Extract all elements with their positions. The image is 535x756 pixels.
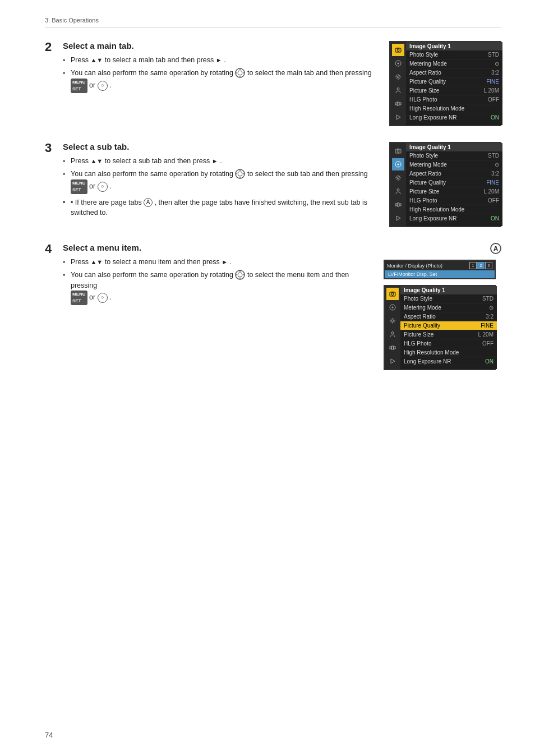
- tab-play-4: [386, 355, 399, 367]
- tab-play-3: [392, 212, 404, 224]
- menu-row-photo-style: Photo Style STD: [406, 50, 502, 59]
- tab-bracket-4: [386, 342, 399, 354]
- step-4-menu-content: Image Quality 1 Photo Style STD Metering…: [400, 286, 497, 369]
- svg-point-7: [397, 49, 399, 52]
- step-3-bullets: Press ▲▼ to select a sub tab and then pr…: [63, 156, 378, 194]
- step-3-screen: Image Quality 1 Photo Style STD Metering…: [389, 142, 501, 227]
- step-3-bullet-1: Press ▲▼ to select a sub tab and then pr…: [63, 156, 378, 167]
- s3-row-highres: High Resolution Mode: [406, 205, 502, 214]
- page-tab-2: 2: [477, 262, 485, 269]
- tab-play: [392, 111, 404, 123]
- s3-row-size: Picture Size L 20M: [406, 187, 502, 196]
- page-tabs: 1 2 3: [469, 262, 492, 269]
- circle-btn-4: ○: [98, 293, 108, 303]
- s3-row-quality: Picture Quality FINE: [406, 178, 502, 187]
- tab-camera-3: [392, 145, 404, 157]
- svg-rect-31: [399, 204, 401, 206]
- dial-icon-4: [235, 270, 245, 280]
- step-4-number: 4: [45, 242, 63, 256]
- s3-row-longexp: Long Exposure NR ON: [406, 214, 502, 223]
- svg-rect-14: [398, 102, 399, 105]
- s4-row-quality: Picture Quality FINE: [400, 321, 497, 330]
- tab-metering-4: [386, 301, 399, 314]
- page-tab-3: 3: [485, 262, 492, 269]
- s3-row-hlg: HLG Photo OFF: [406, 196, 502, 205]
- s4-row-aspect: Aspect Ratio 3:2: [400, 312, 497, 321]
- svg-point-10: [398, 63, 399, 64]
- menu-set-btn: MENUSET: [71, 79, 87, 93]
- step-3-notes: • If there are page tabs A , then after …: [63, 197, 378, 219]
- right-arrow-icon: ►: [216, 56, 222, 65]
- circle-btn-3: ○: [98, 182, 108, 192]
- s3-row-photo-style: Photo Style STD: [406, 151, 502, 160]
- svg-point-23: [397, 150, 399, 153]
- step-3-content: Select a sub tab. Press ▲▼ to select a s…: [63, 142, 389, 220]
- svg-point-17: [238, 172, 242, 176]
- menu-row-highres: High Resolution Mode: [406, 104, 502, 113]
- step-3-sidebar: [390, 143, 406, 226]
- step-4-menu-header: Image Quality 1: [400, 286, 497, 294]
- svg-point-33: [238, 273, 242, 277]
- step-4-top-screen-header: Monitor / Display (Photo) 1 2 3: [385, 261, 495, 270]
- circled-a-large: A: [490, 243, 501, 254]
- page-container: 3. Basic Operations 2 Select a main tab.…: [0, 0, 535, 756]
- up-down-arrow-icon-3: ▲▼: [90, 156, 103, 166]
- step-3-section: 3 Select a sub tab. Press ▲▼ to select a…: [45, 142, 501, 227]
- step-2-screen: Image Quality 1 Photo Style STD Metering…: [389, 41, 501, 126]
- step-4-top-screen: Monitor / Display (Photo) 1 2 3 LVF/Moni…: [384, 260, 496, 279]
- svg-rect-40: [391, 292, 394, 293]
- step-3-menu-content: Image Quality 1 Photo Style STD Metering…: [406, 143, 502, 226]
- step-2-title: Select a main tab.: [63, 41, 378, 50]
- menu-set-btn-4: MENUSET: [71, 291, 87, 305]
- step-2-bullet-2: You can also perform the same operation …: [63, 68, 378, 93]
- step-4-content: Select a menu item. Press ▲▼ to select a…: [63, 243, 384, 307]
- svg-point-44: [391, 332, 394, 334]
- svg-rect-24: [397, 149, 399, 150]
- menu-row-quality: Picture Quality FINE: [406, 77, 502, 86]
- step-2-menu-content: Image Quality 1 Photo Style STD Metering…: [406, 42, 502, 125]
- s4-row-metering: Metering Mode ⊙: [400, 303, 497, 312]
- svg-rect-46: [392, 346, 394, 349]
- page-tab-1: 1: [469, 262, 477, 269]
- step-4-bullet-2: You can also perform the same operation …: [63, 270, 372, 306]
- step-4-top-area: A: [384, 243, 501, 254]
- svg-point-12: [397, 88, 399, 90]
- step-2-sidebar: [390, 42, 406, 125]
- svg-point-39: [391, 293, 394, 296]
- svg-point-43: [391, 320, 394, 322]
- step-2-menu-header: Image Quality 1: [406, 42, 502, 50]
- circled-a-icon: A: [144, 198, 153, 207]
- menu-row-aspect: Aspect Ratio 3:2: [406, 68, 502, 77]
- step-3-camera-ui: Image Quality 1 Photo Style STD Metering…: [389, 142, 501, 227]
- up-down-arrow-icon-4: ▲▼: [90, 257, 103, 267]
- s3-row-aspect: Aspect Ratio 3:2: [406, 169, 502, 178]
- svg-rect-30: [398, 203, 399, 206]
- svg-point-27: [397, 177, 399, 179]
- s4-row-size: Picture Size L 20M: [400, 330, 497, 339]
- tab-camera: [392, 44, 404, 56]
- tab-person-4: [386, 328, 399, 340]
- page-number: 74: [45, 731, 53, 739]
- up-down-arrow-icon: ▲▼: [90, 56, 103, 65]
- tab-metering: [392, 57, 404, 70]
- svg-point-42: [392, 307, 394, 308]
- step-4-title: Select a menu item.: [63, 243, 372, 252]
- tab-bracket-3: [392, 199, 404, 211]
- tab-person: [392, 84, 404, 96]
- svg-rect-15: [399, 103, 401, 105]
- step-3-title: Select a sub tab.: [63, 142, 378, 151]
- circle-btn: ○: [98, 81, 108, 91]
- tab-bracket: [392, 98, 404, 110]
- menu-row-hlg: HLG Photo OFF: [406, 95, 502, 104]
- s4-row-highres: High Resolution Mode: [400, 348, 497, 357]
- svg-rect-8: [397, 48, 399, 49]
- step-3-bullet-2: You can also perform the same operation …: [63, 169, 378, 194]
- menu-row-longexp: Long Exposure NR ON: [406, 113, 502, 122]
- breadcrumb: 3. Basic Operations: [45, 17, 501, 27]
- svg-rect-29: [395, 204, 397, 206]
- menu-row-metering: Metering Mode ⊙: [406, 59, 502, 68]
- tab-setting-3: [392, 172, 404, 184]
- step-3-number: 3: [45, 141, 63, 155]
- tab-setting-4: [386, 315, 399, 327]
- step-4-bullets: Press ▲▼ to select a menu item and then …: [63, 257, 372, 305]
